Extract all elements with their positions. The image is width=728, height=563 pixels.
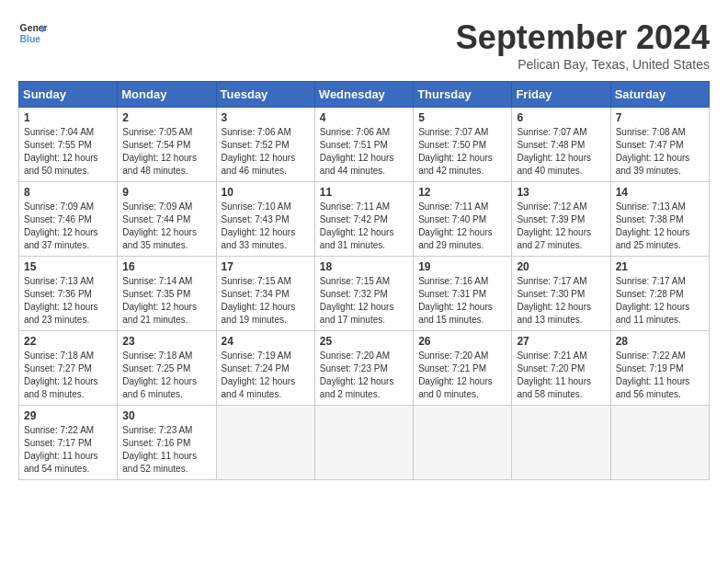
calendar-week-row: 22Sunrise: 7:18 AMSunset: 7:27 PMDayligh…	[19, 331, 710, 406]
location: Pelican Bay, Texas, United States	[456, 57, 710, 72]
day-info: Sunrise: 7:13 AMSunset: 7:38 PMDaylight:…	[616, 201, 704, 252]
day-number: 2	[122, 111, 210, 124]
day-info: Sunrise: 7:07 AMSunset: 7:48 PMDaylight:…	[517, 126, 605, 178]
day-info: Sunrise: 7:18 AMSunset: 7:25 PMDaylight:…	[122, 350, 210, 401]
calendar-day	[314, 406, 413, 480]
day-info: Sunrise: 7:13 AMSunset: 7:36 PMDaylight:…	[24, 275, 112, 327]
calendar-day: 18Sunrise: 7:15 AMSunset: 7:32 PMDayligh…	[314, 257, 413, 331]
day-info: Sunrise: 7:16 AMSunset: 7:31 PMDaylight:…	[418, 275, 506, 327]
day-number: 29	[24, 409, 112, 422]
day-number: 16	[122, 260, 210, 273]
title-block: September 2024 Pelican Bay, Texas, Unite…	[456, 18, 710, 72]
day-number: 6	[517, 111, 605, 124]
calendar-day: 25Sunrise: 7:20 AMSunset: 7:23 PMDayligh…	[314, 331, 413, 406]
calendar-day: 7Sunrise: 7:08 AMSunset: 7:47 PMDaylight…	[610, 108, 709, 182]
day-info: Sunrise: 7:20 AMSunset: 7:21 PMDaylight:…	[418, 350, 506, 401]
day-info: Sunrise: 7:12 AMSunset: 7:39 PMDaylight:…	[517, 201, 605, 252]
day-header: Thursday	[414, 82, 512, 108]
day-number: 13	[517, 186, 605, 199]
day-info: Sunrise: 7:15 AMSunset: 7:32 PMDaylight:…	[320, 275, 408, 327]
calendar-day: 9Sunrise: 7:09 AMSunset: 7:44 PMDaylight…	[118, 182, 216, 257]
day-info: Sunrise: 7:09 AMSunset: 7:46 PMDaylight:…	[24, 201, 112, 252]
calendar-day: 23Sunrise: 7:18 AMSunset: 7:25 PMDayligh…	[118, 331, 216, 406]
calendar-table: SundayMondayTuesdayWednesdayThursdayFrid…	[18, 81, 710, 480]
header: General Blue September 2024 Pelican Bay,…	[18, 18, 710, 72]
calendar-day: 29Sunrise: 7:22 AMSunset: 7:17 PMDayligh…	[19, 406, 118, 480]
day-number: 8	[24, 186, 112, 199]
day-header: Friday	[512, 82, 610, 108]
day-info: Sunrise: 7:22 AMSunset: 7:19 PMDaylight:…	[616, 350, 704, 401]
day-info: Sunrise: 7:15 AMSunset: 7:34 PMDaylight:…	[222, 275, 310, 327]
day-number: 17	[222, 260, 310, 273]
calendar-day: 20Sunrise: 7:17 AMSunset: 7:30 PMDayligh…	[512, 257, 610, 331]
calendar-week-row: 29Sunrise: 7:22 AMSunset: 7:17 PMDayligh…	[19, 406, 710, 480]
calendar-day: 11Sunrise: 7:11 AMSunset: 7:42 PMDayligh…	[314, 182, 413, 257]
day-info: Sunrise: 7:08 AMSunset: 7:47 PMDaylight:…	[616, 126, 704, 178]
calendar-day: 27Sunrise: 7:21 AMSunset: 7:20 PMDayligh…	[512, 331, 610, 406]
calendar-week-row: 15Sunrise: 7:13 AMSunset: 7:36 PMDayligh…	[19, 257, 710, 331]
calendar-week-row: 8Sunrise: 7:09 AMSunset: 7:46 PMDaylight…	[19, 182, 710, 257]
calendar-day: 3Sunrise: 7:06 AMSunset: 7:52 PMDaylight…	[216, 108, 314, 182]
day-number: 11	[320, 186, 408, 199]
day-info: Sunrise: 7:14 AMSunset: 7:35 PMDaylight:…	[122, 275, 210, 327]
day-info: Sunrise: 7:09 AMSunset: 7:44 PMDaylight:…	[122, 201, 210, 252]
day-info: Sunrise: 7:19 AMSunset: 7:24 PMDaylight:…	[222, 350, 310, 401]
day-header: Saturday	[610, 82, 709, 108]
day-number: 5	[418, 111, 506, 124]
day-info: Sunrise: 7:04 AMSunset: 7:55 PMDaylight:…	[24, 126, 112, 178]
day-number: 23	[122, 335, 210, 348]
calendar-day: 21Sunrise: 7:17 AMSunset: 7:28 PMDayligh…	[610, 257, 709, 331]
calendar-day: 30Sunrise: 7:23 AMSunset: 7:16 PMDayligh…	[118, 406, 216, 480]
day-number: 21	[616, 260, 704, 273]
day-info: Sunrise: 7:07 AMSunset: 7:50 PMDaylight:…	[418, 126, 506, 178]
calendar-day: 1Sunrise: 7:04 AMSunset: 7:55 PMDaylight…	[19, 108, 118, 182]
day-number: 4	[320, 111, 408, 124]
day-info: Sunrise: 7:22 AMSunset: 7:17 PMDaylight:…	[24, 424, 112, 476]
logo: General Blue	[18, 18, 48, 48]
calendar-day: 10Sunrise: 7:10 AMSunset: 7:43 PMDayligh…	[216, 182, 314, 257]
calendar-day: 16Sunrise: 7:14 AMSunset: 7:35 PMDayligh…	[118, 257, 216, 331]
calendar-day	[216, 406, 314, 480]
day-info: Sunrise: 7:11 AMSunset: 7:40 PMDaylight:…	[418, 201, 506, 252]
day-info: Sunrise: 7:23 AMSunset: 7:16 PMDaylight:…	[122, 424, 210, 476]
calendar-day: 19Sunrise: 7:16 AMSunset: 7:31 PMDayligh…	[414, 257, 512, 331]
day-number: 18	[320, 260, 408, 273]
calendar-week-row: 1Sunrise: 7:04 AMSunset: 7:55 PMDaylight…	[19, 108, 710, 182]
day-info: Sunrise: 7:18 AMSunset: 7:27 PMDaylight:…	[24, 350, 112, 401]
day-number: 15	[24, 260, 112, 273]
day-info: Sunrise: 7:17 AMSunset: 7:30 PMDaylight:…	[517, 275, 605, 327]
day-number: 20	[517, 260, 605, 273]
calendar-day: 24Sunrise: 7:19 AMSunset: 7:24 PMDayligh…	[216, 331, 314, 406]
calendar-day: 5Sunrise: 7:07 AMSunset: 7:50 PMDaylight…	[414, 108, 512, 182]
day-number: 22	[24, 335, 112, 348]
day-info: Sunrise: 7:21 AMSunset: 7:20 PMDaylight:…	[517, 350, 605, 401]
day-number: 12	[418, 186, 506, 199]
day-header: Monday	[118, 82, 216, 108]
calendar-day: 6Sunrise: 7:07 AMSunset: 7:48 PMDaylight…	[512, 108, 610, 182]
day-number: 9	[122, 186, 210, 199]
day-number: 27	[517, 335, 605, 348]
calendar-day: 8Sunrise: 7:09 AMSunset: 7:46 PMDaylight…	[19, 182, 118, 257]
day-number: 28	[616, 335, 704, 348]
day-number: 25	[320, 335, 408, 348]
calendar-day: 4Sunrise: 7:06 AMSunset: 7:51 PMDaylight…	[314, 108, 413, 182]
calendar-day: 26Sunrise: 7:20 AMSunset: 7:21 PMDayligh…	[414, 331, 512, 406]
day-header: Tuesday	[216, 82, 314, 108]
calendar-day: 17Sunrise: 7:15 AMSunset: 7:34 PMDayligh…	[216, 257, 314, 331]
calendar-day: 28Sunrise: 7:22 AMSunset: 7:19 PMDayligh…	[610, 331, 709, 406]
logo-icon: General Blue	[18, 18, 48, 48]
calendar-day: 22Sunrise: 7:18 AMSunset: 7:27 PMDayligh…	[19, 331, 118, 406]
day-info: Sunrise: 7:05 AMSunset: 7:54 PMDaylight:…	[122, 126, 210, 178]
day-info: Sunrise: 7:10 AMSunset: 7:43 PMDaylight:…	[222, 201, 310, 252]
day-number: 26	[418, 335, 506, 348]
day-number: 24	[222, 335, 310, 348]
calendar-day: 14Sunrise: 7:13 AMSunset: 7:38 PMDayligh…	[610, 182, 709, 257]
calendar-day: 2Sunrise: 7:05 AMSunset: 7:54 PMDaylight…	[118, 108, 216, 182]
day-info: Sunrise: 7:06 AMSunset: 7:52 PMDaylight:…	[222, 126, 310, 178]
day-header: Sunday	[19, 82, 118, 108]
calendar-day: 13Sunrise: 7:12 AMSunset: 7:39 PMDayligh…	[512, 182, 610, 257]
calendar-day: 12Sunrise: 7:11 AMSunset: 7:40 PMDayligh…	[414, 182, 512, 257]
day-header: Wednesday	[314, 82, 413, 108]
day-info: Sunrise: 7:20 AMSunset: 7:23 PMDaylight:…	[320, 350, 408, 401]
calendar-day	[512, 406, 610, 480]
